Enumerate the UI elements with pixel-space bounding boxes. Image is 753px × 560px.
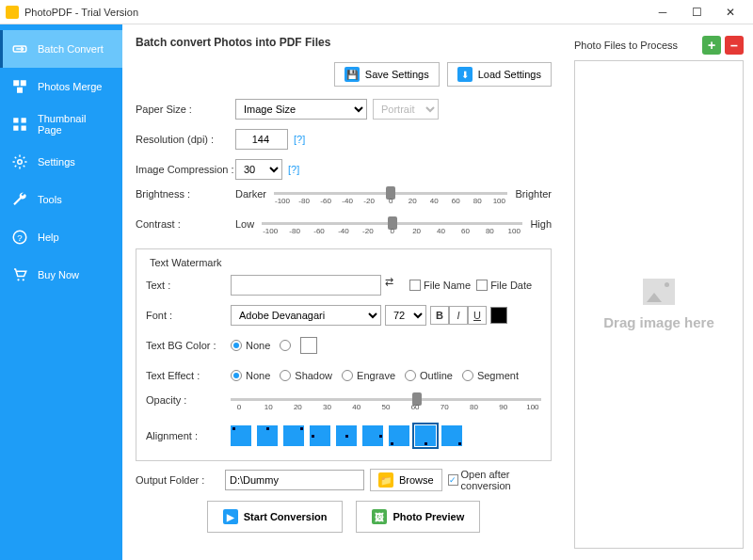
right-title: Photo Files to Process	[574, 40, 698, 51]
alignment-label: Alignment :	[146, 430, 231, 441]
sidebar-item-settings[interactable]: Settings	[0, 143, 122, 181]
compression-help[interactable]: [?]	[288, 164, 299, 175]
sidebar-item-batch-convert[interactable]: Batch Convert	[0, 30, 122, 68]
svg-rect-4	[13, 118, 18, 122]
bg-color-label: Text BG Color :	[146, 340, 231, 351]
effect-radio-segment[interactable]: Segment	[462, 370, 519, 381]
bold-button[interactable]: B	[430, 306, 449, 325]
close-button[interactable]: ✕	[713, 1, 747, 24]
watermark-fieldset: Text Watermark Text : ⇄ File Name File D…	[136, 248, 552, 461]
opacity-slider[interactable]: 0102030405060708090100	[231, 394, 541, 417]
opacity-label: Opacity :	[146, 394, 231, 406]
alignment-0[interactable]	[231, 425, 251, 446]
output-folder-label: Output Folder :	[136, 474, 225, 486]
output-folder-input[interactable]	[225, 470, 364, 490]
resolution-help[interactable]: [?]	[294, 134, 305, 145]
font-select[interactable]: Adobe Devanagari	[231, 305, 381, 326]
load-settings-button[interactable]: ⬇Load Settings	[447, 62, 552, 87]
minimize-button[interactable]: ─	[646, 1, 680, 24]
merge-icon	[11, 78, 28, 95]
paper-size-label: Paper Size :	[136, 104, 235, 115]
sidebar-item-label: Tools	[38, 194, 62, 205]
bg-color-radio[interactable]	[280, 340, 291, 351]
cart-icon	[11, 266, 28, 283]
filename-checkbox[interactable]: File Name	[409, 280, 471, 291]
wm-text-label: Text :	[146, 280, 231, 291]
photo-preview-button[interactable]: 🖼Photo Preview	[356, 501, 480, 533]
contrast-slider[interactable]: -100-80-60-40-20020406080100	[262, 218, 522, 241]
wm-text-input[interactable]	[231, 275, 381, 296]
svg-rect-6	[13, 126, 18, 131]
open-after-checkbox[interactable]: ✓Open after conversion	[448, 469, 552, 491]
alignment-7[interactable]	[415, 425, 436, 446]
low-label: Low	[235, 218, 254, 230]
contrast-label: Contrast :	[136, 218, 235, 230]
effect-radio-none[interactable]: None	[231, 370, 270, 381]
darker-label: Darker	[235, 188, 266, 200]
compression-select[interactable]: 30	[235, 159, 282, 180]
svg-rect-2	[21, 80, 26, 86]
convert-icon	[11, 40, 28, 57]
high-label: High	[530, 218, 552, 230]
effect-radio-outline[interactable]: Outline	[405, 370, 453, 381]
font-color-box[interactable]	[490, 307, 507, 324]
add-file-button[interactable]: +	[702, 36, 721, 55]
titlebar: PhotoPDF - Trial Version ─ ☐ ✕	[0, 0, 753, 24]
help-icon: ?	[11, 229, 28, 246]
save-settings-button[interactable]: 💾Save Settings	[334, 62, 440, 87]
compression-label: Image Compression :	[136, 164, 235, 175]
effect-radio-engrave[interactable]: Engrave	[342, 370, 395, 381]
effect-radio-shadow[interactable]: Shadow	[280, 370, 332, 381]
right-panel: Photo Files to Process + – Drag image he…	[565, 24, 753, 560]
resolution-label: Resolution (dpi) :	[136, 134, 235, 145]
alignment-5[interactable]	[362, 425, 383, 446]
sidebar-item-buy-now[interactable]: Buy Now	[0, 256, 122, 294]
start-conversion-button[interactable]: ▶Start Conversion	[207, 501, 344, 533]
sidebar-item-label: Batch Convert	[38, 43, 104, 55]
svg-point-11	[17, 279, 19, 280]
sidebar-item-label: Buy Now	[38, 269, 79, 280]
svg-rect-1	[13, 80, 19, 86]
alignment-8[interactable]	[441, 425, 462, 446]
alignment-6[interactable]	[389, 425, 409, 446]
sidebar-item-photos-merge[interactable]: Photos Merge	[0, 68, 122, 105]
effect-radios: NoneShadowEngraveOutlineSegment	[231, 370, 528, 381]
start-icon: ▶	[223, 509, 238, 524]
alignment-4[interactable]	[336, 425, 357, 446]
remove-file-button[interactable]: –	[725, 36, 744, 55]
bg-none-radio[interactable]: None	[231, 340, 270, 351]
sidebar-item-help[interactable]: ? Help	[0, 218, 122, 256]
paper-size-select[interactable]: Image Size	[235, 99, 367, 120]
app-icon	[6, 6, 19, 19]
maximize-button[interactable]: ☐	[680, 1, 713, 24]
font-size-select[interactable]: 72	[385, 305, 426, 326]
brighter-label: Brighter	[515, 188, 552, 200]
svg-rect-3	[17, 88, 23, 93]
folder-icon: 📁	[378, 472, 393, 488]
svg-point-12	[23, 279, 24, 280]
contrast-ticks: -100-80-60-40-20020406080100	[262, 227, 522, 235]
svg-rect-5	[22, 118, 26, 122]
resolution-input[interactable]	[235, 129, 288, 150]
alignment-3[interactable]	[310, 425, 330, 446]
watermark-legend: Text Watermark	[146, 257, 226, 268]
opacity-ticks: 0102030405060708090100	[231, 403, 541, 411]
drop-zone[interactable]: Drag image here	[574, 60, 744, 549]
svg-text:?: ?	[17, 232, 23, 243]
alignment-2[interactable]	[283, 425, 304, 446]
svg-rect-7	[22, 126, 26, 131]
window-title: PhotoPDF - Trial Version	[24, 7, 646, 18]
wrench-icon	[11, 191, 28, 208]
filedate-checkbox[interactable]: File Date	[476, 280, 532, 291]
browse-button[interactable]: 📁Browse	[370, 469, 442, 491]
sidebar-item-tools[interactable]: Tools	[0, 181, 122, 218]
effect-label: Text Effect :	[146, 370, 231, 381]
brightness-slider[interactable]: -100-80-60-40-20020406080100	[274, 188, 507, 211]
wm-insert-icon[interactable]: ⇄	[385, 276, 404, 295]
alignment-1[interactable]	[257, 425, 278, 446]
italic-button[interactable]: I	[449, 306, 468, 325]
bg-color-box[interactable]	[300, 337, 317, 354]
sidebar-item-thumbnail-page[interactable]: Thumbnail Page	[0, 105, 122, 143]
underline-button[interactable]: U	[468, 306, 487, 325]
drop-text: Drag image here	[603, 314, 714, 330]
